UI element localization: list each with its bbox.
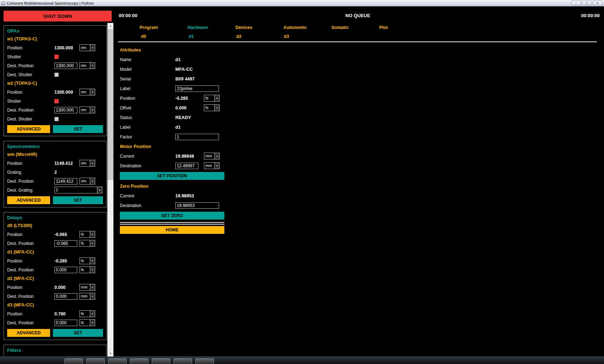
unit-value: fs [80, 231, 90, 237]
factor-input[interactable] [175, 134, 219, 140]
set-button[interactable]: SET [53, 196, 103, 204]
scroll-down-icon[interactable]: ▼ [107, 350, 113, 356]
chevron-down-icon: ▼ [90, 63, 95, 69]
unit-dropdown[interactable]: mm ▼ [79, 293, 95, 300]
dest-position-row: Dest. Position mm ▼ [7, 292, 103, 301]
dest-position-input[interactable] [54, 293, 77, 300]
taskbar-button[interactable] [152, 358, 170, 364]
tab-hardware[interactable]: Hardware [187, 25, 235, 30]
advanced-button[interactable]: ADVANCED [7, 329, 50, 337]
minimize-button[interactable]: – [571, 1, 581, 5]
motor-destination-input[interactable] [175, 163, 198, 169]
tab-program[interactable]: Program [140, 25, 187, 30]
label-input[interactable] [175, 85, 219, 92]
taskbar-button[interactable] [195, 358, 214, 364]
taskbar-button[interactable] [64, 358, 83, 364]
zero-current-value: 19.98953 [175, 193, 194, 198]
dest-position-input[interactable] [54, 107, 77, 113]
field-label: Dest. Shutter [7, 72, 54, 77]
unit-dropdown[interactable]: nm ▼ [79, 107, 95, 113]
set-button[interactable]: SET [53, 125, 103, 133]
offset-value: 0.000 [175, 105, 186, 110]
tab-d1[interactable]: d1 [189, 34, 236, 39]
unit-dropdown[interactable]: fs ▼ [79, 319, 95, 326]
dest-position-input[interactable] [54, 178, 77, 185]
zero-destination-input[interactable] [175, 202, 219, 209]
tab-autonomic[interactable]: Autonomic [283, 25, 331, 30]
unit-dropdown[interactable]: nm ▼ [79, 89, 95, 95]
taskbar-button[interactable] [108, 358, 127, 364]
tab-d0[interactable]: d0 [141, 34, 189, 39]
unit-dropdown[interactable]: fs ▼ [79, 266, 95, 273]
serial-value: B09 4497 [175, 77, 195, 82]
set-zero-button[interactable]: SET ZERO [120, 212, 224, 220]
unit-dropdown[interactable]: nm ▼ [79, 160, 95, 167]
dest-shutter-row: Dest. Shutter [7, 70, 103, 79]
position-row: Position 1149.412 nm ▼ [7, 159, 103, 168]
scroll-up-icon[interactable]: ▲ [107, 23, 113, 29]
taskbar-button[interactable] [130, 358, 148, 364]
unit-dropdown[interactable]: fs ▼ [79, 257, 95, 264]
set-button[interactable]: SET [53, 329, 103, 337]
dest-grating-value: 2 [55, 187, 97, 193]
field-label: Destination [120, 163, 175, 168]
unit-dropdown[interactable]: nm ▼ [79, 178, 95, 185]
dest-position-input[interactable] [54, 240, 77, 247]
position-row: Position 0.000 mm ▼ [7, 283, 103, 292]
tab-devices[interactable]: Devices [235, 25, 283, 30]
advanced-button[interactable]: ADVANCED [7, 125, 50, 133]
advanced-button[interactable]: ADVANCED [7, 196, 50, 204]
taskbar-button[interactable] [86, 358, 105, 364]
field-label: Position [7, 311, 54, 316]
chevron-down-icon: ▼ [90, 89, 95, 95]
maximize-button[interactable]: ▢ [582, 1, 592, 5]
dest-position-input[interactable] [54, 267, 77, 273]
shutter-row: Shutter [7, 52, 103, 61]
opas-panel: OPAs w1 (TOPAS-C) Position 1300.000 nm ▼… [4, 25, 107, 136]
close-button[interactable]: ✕ [593, 1, 603, 5]
unit-dropdown[interactable]: mm ▼ [204, 153, 220, 159]
motor-current-value: 19.98948 [175, 154, 194, 159]
tab-plot[interactable]: Plot [379, 25, 427, 30]
taskbar-button[interactable] [174, 358, 192, 364]
set-position-button[interactable]: SET POSITION [120, 172, 224, 180]
unit-dropdown[interactable]: nm ▼ [79, 44, 95, 51]
unit-value: fs [80, 240, 90, 246]
dest-shutter-checkbox[interactable] [54, 73, 59, 77]
chevron-down-icon: ▼ [90, 160, 95, 166]
position-value: 1300.000 [54, 90, 73, 95]
tab-d3[interactable]: d3 [284, 34, 331, 39]
unit-dropdown[interactable]: fs ▼ [79, 240, 95, 247]
dest-position-input[interactable] [54, 63, 77, 69]
tab-somatic[interactable]: Somatic [331, 25, 379, 30]
unit-dropdown[interactable]: fs ▼ [79, 310, 95, 317]
unit-dropdown[interactable]: fs ▼ [204, 104, 220, 111]
unit-dropdown[interactable]: fs ▼ [79, 231, 95, 238]
unit-dropdown[interactable]: mm ▼ [79, 284, 95, 291]
tab-d2[interactable]: d2 [236, 34, 284, 39]
unit-value: nm [80, 107, 90, 113]
unit-value: nm [80, 178, 90, 184]
unit-value: mm [80, 284, 90, 290]
unit-dropdown[interactable]: mm ▼ [204, 162, 220, 169]
home-button[interactable]: HOME [120, 226, 224, 234]
unit-value: nm [80, 45, 90, 51]
dest-grating-dropdown[interactable]: 2 ▼ [54, 187, 102, 193]
window-controls: – ▢ ✕ [571, 1, 603, 5]
remaining-timer: 00:00:00 [581, 13, 600, 18]
shutdown-button[interactable]: SHUT DOWN [4, 11, 112, 21]
unit-dropdown[interactable]: fs ▼ [204, 95, 220, 102]
scrollbar-thumb[interactable] [108, 29, 113, 179]
position-row: Position -0.285 fs ▼ [120, 93, 600, 103]
dest-shutter-checkbox[interactable] [54, 117, 59, 121]
factor-row: Factor [120, 132, 600, 142]
unit-dropdown[interactable]: nm ▼ [79, 62, 95, 69]
field-label: Position [7, 285, 54, 290]
chevron-down-icon: ▼ [90, 311, 95, 317]
device-heading-d0: d0 (LTS300) [7, 221, 103, 230]
chevron-down-icon: ▼ [90, 258, 95, 264]
sidebar-scrollbar[interactable]: ▲ ▼ [107, 23, 113, 356]
chevron-down-icon: ▼ [214, 153, 219, 159]
field-label: Position [7, 45, 54, 50]
dest-position-input[interactable] [54, 320, 77, 326]
